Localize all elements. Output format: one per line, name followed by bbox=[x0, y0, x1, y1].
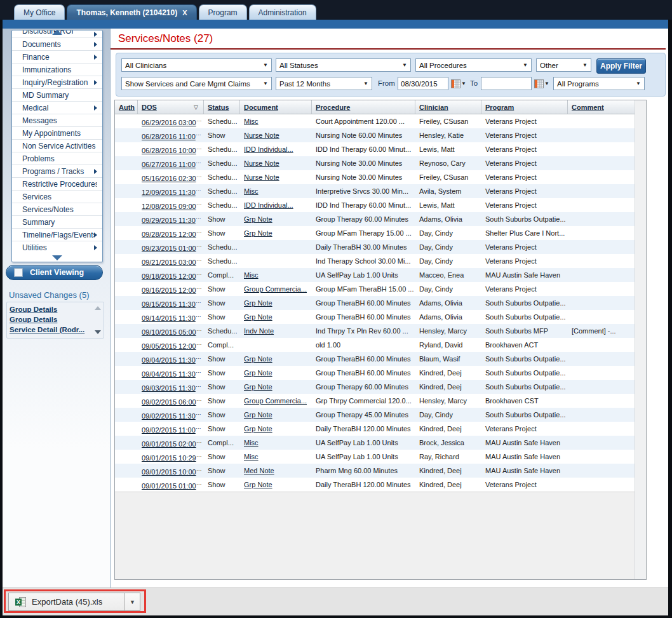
dos-link[interactable]: 09/14/2015 11:30 bbox=[142, 314, 196, 322]
sidebar-item-finance[interactable]: Finance bbox=[12, 51, 102, 64]
sidebar-item-services[interactable]: Services bbox=[12, 191, 102, 203]
apply-filter-button[interactable]: Apply Filter bbox=[596, 58, 646, 74]
unsaved-change-link[interactable]: Group Details bbox=[10, 314, 92, 325]
document-link[interactable]: Grp Note bbox=[244, 383, 272, 391]
document-link[interactable]: Misc bbox=[244, 187, 259, 195]
procedures-select[interactable]: All Procedures ▼ bbox=[415, 58, 532, 72]
sidebar-item-timeline-flags-events[interactable]: Timeline/Flags/Events bbox=[12, 229, 102, 241]
document-link[interactable]: Misc bbox=[244, 453, 259, 460]
tab-my-office[interactable]: My Office bbox=[14, 4, 65, 20]
dos-link[interactable]: 09/16/2015 12:00 bbox=[142, 286, 196, 294]
table-row[interactable]: 09/04/2015 11:30…ShowGrp NoteGroup Thera… bbox=[115, 352, 646, 366]
table-row[interactable]: 09/02/2015 06:00…ShowGroup Commercia...G… bbox=[115, 394, 646, 408]
clinicians-select[interactable]: All Clinicians ▼ bbox=[121, 58, 272, 72]
column-header-clinician[interactable]: Clinician bbox=[419, 104, 448, 111]
table-row[interactable]: 09/01/2015 10:00…ShowMed NotePharm Mng 6… bbox=[115, 464, 646, 478]
dos-link[interactable]: 09/23/2015 01:00 bbox=[142, 245, 196, 252]
unsaved-change-link[interactable]: Service Detail (Rodr... bbox=[10, 325, 92, 335]
dos-link[interactable]: 09/01/2015 02:00 bbox=[142, 440, 196, 448]
document-link[interactable]: Nurse Note bbox=[244, 131, 279, 139]
dos-link[interactable]: 09/04/2015 11:30 bbox=[142, 370, 196, 378]
document-link[interactable]: Nurse Note bbox=[244, 159, 279, 167]
table-row[interactable]: 09/01/2015 02:00…Compl...MiscUA SelfPay … bbox=[115, 436, 646, 450]
table-row[interactable]: 09/05/2015 12:00…Compl...old 1.00Ryland,… bbox=[115, 338, 646, 352]
table-row[interactable]: 09/28/2015 12:00…ShowGrp NoteGroup MFam … bbox=[115, 226, 646, 240]
other-select[interactable]: Other ▼ bbox=[536, 58, 591, 72]
dos-link[interactable]: 09/03/2015 11:30 bbox=[142, 384, 196, 392]
to-calendar-button[interactable]: ▼ bbox=[534, 77, 549, 90]
dos-link[interactable]: 06/27/2016 11:00 bbox=[142, 161, 196, 168]
document-link[interactable]: Misc bbox=[244, 271, 259, 279]
table-row[interactable]: 09/16/2015 12:00…ShowGroup Commercia...G… bbox=[115, 282, 646, 296]
dos-link[interactable]: 09/15/2015 11:30 bbox=[142, 300, 196, 308]
document-link[interactable]: Grp Note bbox=[244, 215, 272, 223]
table-row[interactable]: 05/16/2016 02:30…Schedu...Nurse NoteNurs… bbox=[115, 170, 646, 184]
table-row[interactable]: 09/01/2015 10:29…ShowMiscUA SelfPay Lab … bbox=[115, 450, 646, 464]
document-link[interactable]: Grp Note bbox=[244, 369, 272, 377]
programs-select[interactable]: All Programs ▼ bbox=[553, 77, 645, 90]
sidebar-item-my-appointments[interactable]: My Appointments bbox=[12, 127, 102, 140]
menu-scroll-up-icon[interactable] bbox=[52, 30, 62, 35]
document-link[interactable]: Indv Note bbox=[244, 327, 274, 335]
sort-descending-icon[interactable]: ▽ bbox=[194, 104, 198, 111]
unsaved-scroll-down-icon[interactable] bbox=[95, 330, 101, 334]
table-row[interactable]: 12/08/2015 09:00…Schedu...IDD Individual… bbox=[115, 198, 646, 212]
table-row[interactable]: 09/23/2015 01:00…Schedu...Daily TheraBH … bbox=[115, 240, 646, 254]
column-header-procedure[interactable]: Procedure bbox=[316, 104, 350, 111]
unsaved-scroll-up-icon[interactable] bbox=[95, 306, 101, 310]
table-row[interactable]: 06/27/2016 11:00…Schedu...Nurse NoteNurs… bbox=[115, 156, 646, 170]
statuses-select[interactable]: All Statuses ▼ bbox=[276, 58, 411, 72]
tab-program[interactable]: Program bbox=[199, 4, 247, 20]
grid-scrollbar-track[interactable] bbox=[635, 100, 646, 579]
document-link[interactable]: Misc bbox=[244, 439, 259, 447]
client-viewing-button[interactable]: Client Viewing bbox=[6, 265, 103, 280]
document-link[interactable]: Group Commercia... bbox=[244, 397, 307, 405]
table-row[interactable]: 09/14/2015 11:30…ShowGrp NoteGroup Thera… bbox=[115, 310, 646, 324]
document-link[interactable]: Grp Note bbox=[244, 229, 272, 237]
table-row[interactable]: 09/02/2015 11:30…ShowGrp NoteGroup Thera… bbox=[115, 408, 646, 422]
sidebar-item-immunizations[interactable]: Immunizations bbox=[12, 64, 102, 76]
document-link[interactable]: Grp Note bbox=[244, 425, 272, 433]
table-row[interactable]: 09/18/2015 12:00…Compl...MiscUA SelfPay … bbox=[115, 268, 646, 282]
sidebar-item-restrictive-procedures[interactable]: Restrictive Procedures bbox=[12, 178, 102, 191]
dos-link[interactable]: 12/08/2015 09:00 bbox=[142, 203, 196, 210]
document-link[interactable]: Grp Note bbox=[244, 411, 272, 419]
column-header-program[interactable]: Program bbox=[485, 104, 514, 111]
table-row[interactable]: 09/10/2015 05:00…Schedu...Indv NoteInd T… bbox=[115, 324, 646, 338]
document-link[interactable]: Med Note bbox=[244, 467, 274, 474]
menu-scroll-down[interactable] bbox=[12, 253, 102, 262]
unsaved-change-link[interactable]: Group Details bbox=[10, 304, 92, 314]
table-row[interactable]: 09/04/2015 11:30…ShowGrp NoteGroup Thera… bbox=[115, 366, 646, 380]
document-link[interactable]: Grp Note bbox=[244, 481, 272, 488]
from-date-input[interactable] bbox=[398, 77, 448, 90]
sidebar-item-problems[interactable]: Problems bbox=[12, 152, 102, 165]
dos-link[interactable]: 09/01/2015 10:29 bbox=[142, 454, 196, 462]
dos-link[interactable]: 06/29/2016 03:00 bbox=[142, 119, 196, 126]
sidebar-item-non-service-activities[interactable]: Non Service Activities bbox=[12, 140, 102, 152]
date-range-select[interactable]: Past 12 Months ▼ bbox=[276, 77, 372, 90]
document-link[interactable]: IDD Individual... bbox=[244, 145, 293, 153]
document-link[interactable]: Group Commercia... bbox=[244, 285, 307, 293]
column-header-status[interactable]: Status bbox=[208, 104, 229, 111]
downloaded-file-button[interactable]: X ExportData (45).xls ▼ bbox=[8, 593, 140, 611]
sidebar-item-services-notes[interactable]: Services/Notes bbox=[12, 203, 102, 216]
table-row[interactable]: 09/02/2015 11:00…ShowGrp NoteDaily Thera… bbox=[115, 422, 646, 436]
downloaded-file-main[interactable]: X ExportData (45).xls bbox=[9, 593, 124, 610]
sidebar-item-inquiry-registration[interactable]: Inquiry/Registration bbox=[12, 76, 102, 89]
dos-link[interactable]: 12/09/2015 11:30 bbox=[142, 189, 196, 196]
table-row[interactable]: 09/01/2015 01:00…ShowGrp NoteDaily Thera… bbox=[115, 478, 646, 492]
to-date-input[interactable] bbox=[481, 77, 532, 90]
table-row[interactable]: 06/28/2016 10:00…Schedu...IDD Individual… bbox=[115, 142, 646, 156]
dos-link[interactable]: 09/04/2015 11:30 bbox=[142, 356, 196, 364]
dos-link[interactable]: 05/16/2016 02:30 bbox=[142, 175, 196, 182]
document-link[interactable]: Nurse Note bbox=[244, 173, 279, 181]
table-row[interactable]: 09/03/2015 11:30…ShowGrp NoteGroup Thera… bbox=[115, 380, 646, 394]
dos-link[interactable]: 09/18/2015 12:00 bbox=[142, 272, 196, 280]
document-link[interactable]: Grp Note bbox=[244, 355, 272, 363]
document-link[interactable]: IDD Individual... bbox=[244, 201, 293, 209]
close-tab-icon[interactable]: X bbox=[182, 9, 187, 17]
dos-link[interactable]: 09/02/2015 11:00 bbox=[142, 426, 196, 434]
sidebar-item-messages[interactable]: Messages bbox=[12, 114, 102, 127]
dos-link[interactable]: 06/28/2016 11:00 bbox=[142, 133, 196, 140]
tab-thomas-kenneth-2104210[interactable]: Thomas, Kenneth (2104210)X bbox=[67, 4, 196, 20]
